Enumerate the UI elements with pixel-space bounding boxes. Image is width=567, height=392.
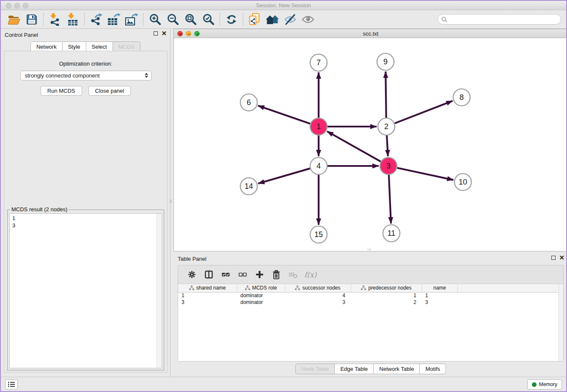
search-field[interactable] xyxy=(438,14,561,25)
network-window-titlebar[interactable]: scc.txt xyxy=(174,29,567,38)
panel-splitter-handle[interactable] xyxy=(170,196,172,206)
deselect-all-rows-icon xyxy=(239,271,247,279)
show-columns-button[interactable] xyxy=(201,268,216,282)
table-row[interactable]: 1dominator411 xyxy=(178,292,559,299)
home-layout-icon xyxy=(265,14,280,25)
memory-button[interactable]: Memory xyxy=(527,379,562,389)
graph-node-15[interactable]: 15 xyxy=(310,226,327,243)
table-cell[interactable]: 2 xyxy=(351,299,422,306)
table-settings-button[interactable] xyxy=(184,268,199,282)
home-layout-button[interactable] xyxy=(264,12,281,27)
run-mcds-button[interactable]: Run MCDS xyxy=(41,86,82,96)
result-scrollbar[interactable] xyxy=(157,214,162,368)
column-header-label: predecessor nodes xyxy=(368,285,411,291)
graph-edge-3-11[interactable] xyxy=(389,175,391,224)
import-network-icon xyxy=(49,13,61,26)
save-session-button[interactable] xyxy=(23,12,41,27)
graph-node-8[interactable]: 8 xyxy=(453,89,470,106)
table-cell[interactable]: 1 xyxy=(178,292,237,299)
zoom-in-button[interactable] xyxy=(146,12,164,27)
open-session-button[interactable] xyxy=(5,12,23,27)
graph-edge-3-10[interactable] xyxy=(397,168,454,180)
graph-node-10[interactable]: 10 xyxy=(454,174,471,190)
table-cell[interactable]: 3 xyxy=(422,299,457,306)
column-header-shared-name[interactable]: shared name xyxy=(178,284,237,292)
graph-node-6[interactable]: 6 xyxy=(240,94,257,111)
import-table-icon xyxy=(66,13,79,26)
graph-node-11[interactable]: 11 xyxy=(383,225,400,242)
column-header-predecessor-nodes[interactable]: predecessor nodes xyxy=(351,284,422,292)
graph-node-4[interactable]: 4 xyxy=(310,157,327,174)
optimization-criterion-select[interactable]: strongly connected component xyxy=(20,71,151,80)
toolbar-separator xyxy=(143,13,143,26)
column-header-filler xyxy=(457,284,559,292)
task-history-button[interactable] xyxy=(5,379,18,389)
column-header-successor-nodes[interactable]: successor nodes xyxy=(285,284,351,292)
function-builder-button[interactable]: f(x) xyxy=(304,271,317,279)
export-image-button[interactable] xyxy=(123,12,140,27)
export-table-button[interactable] xyxy=(105,12,123,27)
graph-node-14[interactable]: 14 xyxy=(240,178,257,195)
table-row[interactable]: 3dominator323 xyxy=(178,299,559,306)
network-canvas[interactable]: 7968124314101511 xyxy=(174,38,567,251)
graph-edge-3-1[interactable] xyxy=(327,131,381,161)
refresh-view-button[interactable] xyxy=(223,12,240,27)
save-session-icon xyxy=(26,14,37,25)
table-scrollbar[interactable] xyxy=(559,284,563,362)
table-cell[interactable]: 1 xyxy=(422,292,457,299)
import-table-button[interactable] xyxy=(64,12,82,27)
export-table-icon xyxy=(107,13,121,26)
graph-edge-4-14[interactable] xyxy=(258,168,310,184)
table-cell[interactable]: 4 xyxy=(285,292,351,299)
table-cell[interactable]: 1 xyxy=(351,292,422,299)
graph-node-2[interactable]: 2 xyxy=(378,118,395,135)
clone-network-button[interactable] xyxy=(246,12,264,27)
float-panel-icon[interactable] xyxy=(154,31,158,36)
search-input[interactable] xyxy=(449,17,557,22)
tab-network-table[interactable]: Network Table xyxy=(373,364,420,374)
delete-table-button[interactable] xyxy=(286,268,301,282)
table-cell[interactable]: 3 xyxy=(178,299,237,306)
canvas-splitter-handle[interactable] xyxy=(364,248,374,251)
graph-node-label: 11 xyxy=(388,229,396,237)
add-column-button[interactable] xyxy=(252,268,267,282)
graph-node-label: 10 xyxy=(459,178,467,186)
show-all-button[interactable] xyxy=(299,12,317,27)
graph-edge-2-9[interactable] xyxy=(385,72,386,118)
zoom-fit-button[interactable] xyxy=(182,12,199,27)
column-header-MCDS-role[interactable]: MCDS role xyxy=(237,284,285,292)
table-cell[interactable]: 3 xyxy=(285,299,351,306)
hide-selected-button[interactable] xyxy=(281,12,299,27)
zoom-selected-button[interactable] xyxy=(199,12,217,27)
table-cell[interactable]: dominator xyxy=(237,299,285,306)
zoom-out-button[interactable] xyxy=(164,12,182,27)
graph-node-7[interactable]: 7 xyxy=(310,54,327,71)
delete-column-button[interactable] xyxy=(269,268,284,282)
graph-node-9[interactable]: 9 xyxy=(377,53,394,70)
graph-edge-2-8[interactable] xyxy=(395,101,453,123)
select-all-rows-button[interactable] xyxy=(218,268,233,282)
deselect-all-rows-button[interactable] xyxy=(235,268,250,282)
import-network-button[interactable] xyxy=(46,12,64,27)
graph-node-3[interactable]: 3 xyxy=(380,157,397,174)
tab-edge-table[interactable]: Edge Table xyxy=(334,364,374,374)
close-panel-icon[interactable]: ✕ xyxy=(161,31,167,36)
graph-edge-2-3[interactable] xyxy=(387,135,388,156)
table-cell[interactable]: dominator xyxy=(237,292,285,299)
table-panel-title: Table Panel xyxy=(178,256,206,262)
float-table-panel-icon[interactable] xyxy=(551,256,556,260)
tab-motifs[interactable]: Motifs xyxy=(419,364,446,374)
network-view-window: scc.txt 7968124314101511 xyxy=(173,29,567,251)
zoom-selected-icon xyxy=(202,13,215,25)
mcds-result-area[interactable]: 1 3 xyxy=(9,213,162,368)
graph-node-1[interactable]: 1 xyxy=(310,118,327,135)
graph-edge-1-6[interactable] xyxy=(258,106,310,124)
tab-node-table[interactable]: Node Table xyxy=(295,364,335,374)
export-network-button[interactable] xyxy=(87,12,105,27)
column-header-name[interactable]: name xyxy=(422,284,457,292)
sort-hierarchy-icon xyxy=(295,285,300,290)
close-table-panel-icon[interactable]: ✕ xyxy=(559,256,564,260)
node-table-header-row: shared nameMCDS rolesuccessor nodesprede… xyxy=(178,284,559,292)
application-window: Session: New Session xyxy=(0,0,567,392)
close-panel-button[interactable]: Close panel xyxy=(88,86,131,96)
